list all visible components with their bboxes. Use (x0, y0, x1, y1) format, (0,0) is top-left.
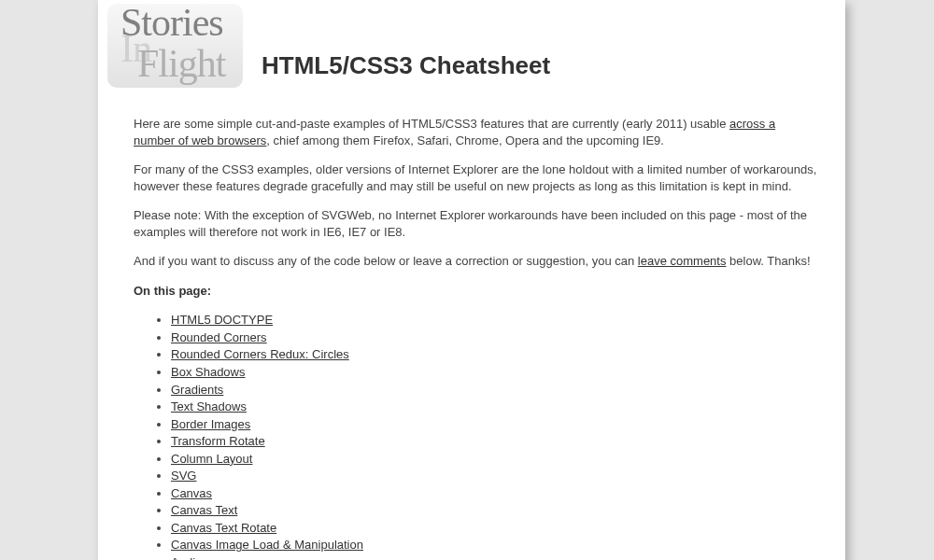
toc-item: Rounded Corners Redux: Circles (171, 346, 817, 363)
intro-paragraph-4: And if you want to discuss any of the co… (134, 253, 817, 270)
toc-heading: On this page: (134, 283, 817, 300)
toc-link[interactable]: Canvas Text Rotate (171, 521, 276, 535)
toc-item: Rounded Corners (171, 329, 817, 346)
toc-item: Box Shadows (171, 364, 817, 381)
toc-link[interactable]: Rounded Corners Redux: Circles (171, 347, 349, 361)
toc-item: HTML5 DOCTYPE (171, 312, 817, 329)
toc-link[interactable]: Canvas (171, 486, 212, 500)
toc-link[interactable]: Box Shadows (171, 365, 246, 379)
toc-link[interactable]: Canvas Text (171, 503, 237, 517)
toc-link[interactable]: Rounded Corners (171, 330, 267, 344)
toc-item: SVG (171, 468, 817, 484)
text: Here are some simple cut-and-paste examp… (134, 117, 729, 131)
toc-heading-text: On this page: (134, 284, 211, 298)
intro-paragraph-1: Here are some simple cut-and-paste examp… (134, 116, 817, 148)
toc-item: Audio (171, 554, 817, 560)
page-card: Stories In Flight HTML5/CSS3 Cheatsheet … (98, 0, 845, 560)
toc-item: Canvas Image Load & Manipulation (171, 537, 817, 553)
toc-item: Gradients (171, 382, 817, 399)
toc-list: HTML5 DOCTYPE Rounded Corners Rounded Co… (152, 312, 817, 560)
intro-paragraph-2: For many of the CSS3 examples, older ver… (134, 161, 817, 194)
toc-item: Canvas Text Rotate (171, 520, 817, 537)
text: And if you want to discuss any of the co… (134, 254, 638, 268)
text: , chief among them Firefox, Safari, Chro… (266, 133, 664, 147)
toc-item: Column Layout (171, 451, 817, 468)
toc-link[interactable]: Canvas Image Load & Manipulation (171, 538, 363, 552)
toc-item: Text Shadows (171, 399, 817, 415)
toc-link[interactable]: Transform Rotate (171, 434, 265, 448)
toc-link[interactable]: Column Layout (171, 452, 252, 466)
toc-item: Transform Rotate (171, 433, 817, 450)
toc-link[interactable]: Text Shadows (171, 399, 247, 413)
toc-item: Canvas Text (171, 502, 817, 519)
intro-paragraph-3: Please note: With the exception of SVGWe… (134, 207, 817, 240)
content: Here are some simple cut-and-paste examp… (98, 88, 845, 560)
text: below. Thanks! (726, 254, 810, 268)
toc-item: Border Images (171, 416, 817, 433)
page-title: HTML5/CSS3 Cheatsheet (262, 51, 550, 80)
leave-comments-link[interactable]: leave comments (638, 254, 727, 268)
toc-link[interactable]: Audio (171, 555, 202, 560)
logo-text-3: Flight (137, 41, 225, 86)
toc-link[interactable]: HTML5 DOCTYPE (171, 313, 273, 327)
header: Stories In Flight HTML5/CSS3 Cheatsheet (98, 0, 845, 88)
toc-item: Canvas (171, 485, 817, 502)
site-logo[interactable]: Stories In Flight (107, 4, 243, 88)
toc-link[interactable]: Gradients (171, 383, 223, 397)
toc-link[interactable]: Border Images (171, 417, 250, 431)
toc-link[interactable]: SVG (171, 469, 196, 483)
